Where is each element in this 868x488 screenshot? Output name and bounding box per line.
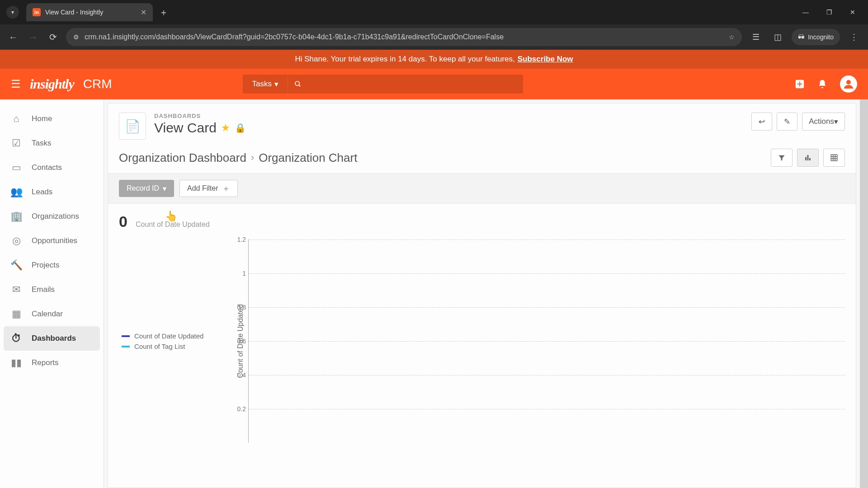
search-input[interactable] xyxy=(308,80,524,88)
sidebar-item-dashboards[interactable]: ⏱Dashboards xyxy=(4,326,100,351)
envelope-icon: ✉ xyxy=(10,284,23,296)
sidebar-item-tasks[interactable]: ☑Tasks xyxy=(0,131,104,155)
sidebar-item-label: Home xyxy=(32,114,52,123)
sidebar-item-contacts[interactable]: ▭Contacts xyxy=(0,155,104,180)
search-category-dropdown[interactable]: Tasks ▾ xyxy=(243,75,288,94)
y-tick-label: 1.2 xyxy=(232,236,246,243)
side-panel-icon[interactable]: ◫ xyxy=(770,32,785,42)
browser-toolbar: ← → ⟳ ⚙ crm.na1.insightly.com/dashboards… xyxy=(0,24,868,50)
legend-swatch-icon xyxy=(122,335,130,337)
subscribe-now-link[interactable]: Subscribe Now xyxy=(518,55,573,64)
reload-button[interactable]: ⟳ xyxy=(46,32,60,42)
search-icon xyxy=(288,80,308,88)
svg-point-0 xyxy=(295,81,299,85)
lock-icon: 🔒 xyxy=(235,122,246,133)
browser-tab[interactable]: in View Card - Insightly ✕ xyxy=(26,3,153,21)
filter-chip-record-id[interactable]: Record ID ▾ xyxy=(119,180,174,197)
sidebar-item-reports[interactable]: ▮▮Reports xyxy=(0,351,104,375)
main-panel: 📄 DASHBOARDS View Card ★ 🔒 ↩ ✎ Actions▾ xyxy=(108,103,856,488)
filter-chip-label: Record ID xyxy=(127,184,159,192)
sidebar-item-leads[interactable]: 👥Leads xyxy=(0,180,104,204)
tab-title: View Card - Insightly xyxy=(45,9,135,16)
actions-dropdown[interactable]: Actions▾ xyxy=(802,113,845,131)
sidebar-item-emails[interactable]: ✉Emails xyxy=(0,277,104,302)
sidebar-item-calendar[interactable]: ▦Calendar xyxy=(0,302,104,326)
global-search[interactable]: Tasks ▾ xyxy=(243,75,523,94)
actions-label: Actions xyxy=(809,117,834,126)
y-tick-label: 0.6 xyxy=(232,338,246,345)
reading-list-icon[interactable]: ☰ xyxy=(748,32,764,42)
sidebar-item-opportunities[interactable]: ◎Opportunities xyxy=(0,229,104,253)
sidebar-item-label: Tasks xyxy=(32,139,51,148)
insightly-logo[interactable]: insightly xyxy=(30,76,74,92)
y-tick-label: 0.4 xyxy=(232,371,246,379)
gridline xyxy=(249,375,845,375)
svg-line-1 xyxy=(299,85,300,86)
edit-button[interactable]: ✎ xyxy=(777,113,797,131)
sidebar-item-home[interactable]: ⌂Home xyxy=(0,107,104,131)
sidebar-item-projects[interactable]: 🔨Projects xyxy=(0,253,104,277)
chevron-right-icon: › xyxy=(251,152,254,164)
site-settings-icon[interactable]: ⚙ xyxy=(73,33,79,41)
window-close-icon[interactable]: ✕ xyxy=(842,3,863,21)
filter-toggle-button[interactable] xyxy=(771,149,793,167)
sidebar-item-label: Leads xyxy=(32,188,52,197)
sidebar-item-label: Organizations xyxy=(32,212,79,221)
browser-tab-strip: ▾ in View Card - Insightly ✕ ＋ — ❐ ✕ xyxy=(0,0,868,24)
breadcrumb-dashboard[interactable]: Organization Dashboard xyxy=(119,151,246,165)
search-category-label: Tasks xyxy=(252,80,271,89)
incognito-badge[interactable]: 🕶 Incognito xyxy=(792,29,840,45)
gridline xyxy=(249,273,845,274)
table-view-button[interactable] xyxy=(823,149,845,167)
trial-message: Hi Shane. Your trial expires in 14 days.… xyxy=(295,55,514,64)
sidebar-item-organizations[interactable]: 🏢Organizations xyxy=(0,204,104,229)
tab-search-dropdown[interactable]: ▾ xyxy=(6,6,19,19)
chart-area: Count of Date Updated Count of Tag List … xyxy=(119,239,845,443)
add-new-icon[interactable] xyxy=(795,79,805,89)
bookmark-star-icon[interactable]: ☆ xyxy=(729,33,735,41)
browser-menu-icon[interactable]: ⋮ xyxy=(846,32,862,42)
chevron-down-icon: ▾ xyxy=(834,117,838,127)
y-tick-label: 0.8 xyxy=(232,304,246,311)
app-header: ☰ insightly CRM Tasks ▾ xyxy=(0,69,868,99)
add-filter-button[interactable]: Add Filter ＋ xyxy=(179,180,237,197)
window-maximize-icon[interactable]: ❐ xyxy=(818,3,840,21)
legend-swatch-icon xyxy=(122,346,130,347)
svg-rect-4 xyxy=(797,84,802,84)
home-icon: ⌂ xyxy=(10,113,23,125)
new-tab-button[interactable]: ＋ xyxy=(159,6,168,19)
sidebar-item-label: Emails xyxy=(32,285,55,294)
chart-view-button[interactable] xyxy=(797,149,819,167)
favicon-icon: in xyxy=(33,8,41,16)
hammer-icon: 🔨 xyxy=(10,259,23,271)
forward-button[interactable]: → xyxy=(26,32,40,42)
chevron-down-icon: ▾ xyxy=(274,80,278,89)
url-text: crm.na1.insightly.com/dashboards/ViewCar… xyxy=(85,33,723,41)
y-tick-label: 1 xyxy=(232,270,246,277)
window-minimize-icon[interactable]: — xyxy=(795,3,816,21)
close-tab-icon[interactable]: ✕ xyxy=(141,8,146,17)
sidebar-item-label: Reports xyxy=(32,358,59,367)
chevron-down-icon: ▾ xyxy=(163,184,166,193)
menu-toggle-icon[interactable]: ☰ xyxy=(11,78,21,90)
gauge-icon: ⏱ xyxy=(10,333,23,344)
sidebar-item-label: Dashboards xyxy=(32,334,76,343)
back-to-dashboard-button[interactable]: ↩ xyxy=(751,113,772,131)
notifications-icon[interactable] xyxy=(817,79,827,89)
check-icon: ☑ xyxy=(10,137,23,149)
sidebar-item-label: Calendar xyxy=(32,310,63,319)
back-button[interactable]: ← xyxy=(6,32,20,42)
section-label: DASHBOARDS xyxy=(154,113,246,119)
sidebar-item-label: Contacts xyxy=(32,163,62,172)
breadcrumb-chart: Organization Chart xyxy=(259,151,357,165)
chart-plot: 0.20.40.60.811.2 xyxy=(248,239,845,443)
user-avatar[interactable] xyxy=(840,75,857,93)
metric-label: Count of Date Updated xyxy=(136,221,210,229)
gridline xyxy=(249,341,845,342)
address-bar[interactable]: ⚙ crm.na1.insightly.com/dashboards/ViewC… xyxy=(66,28,742,46)
incognito-label: Incognito xyxy=(808,33,834,41)
legend-item: Count of Tag List xyxy=(122,343,236,350)
add-filter-label: Add Filter xyxy=(187,184,218,192)
favorite-star-icon[interactable]: ★ xyxy=(221,122,230,134)
svg-rect-8 xyxy=(809,158,811,160)
